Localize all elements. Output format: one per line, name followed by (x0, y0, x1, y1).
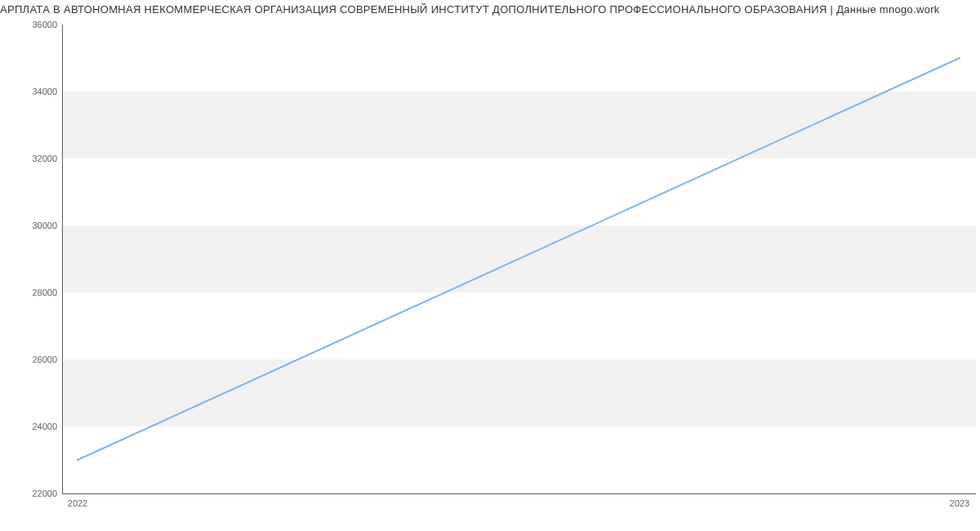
chart-title: АРПЛАТА В АВТОНОМНАЯ НЕКОММЕРЧЕСКАЯ ОРГА… (0, 3, 980, 16)
y-tick-label: 36000 (8, 20, 57, 29)
y-tick-label: 30000 (8, 221, 57, 230)
y-tick-label: 28000 (8, 288, 57, 297)
y-tick-label: 22000 (8, 489, 57, 498)
y-tick-label: 34000 (8, 87, 57, 96)
y-tick-label: 32000 (8, 154, 57, 163)
x-tick-label: 2023 (950, 498, 969, 508)
y-tick-label: 24000 (8, 422, 57, 431)
x-tick-label: 2022 (68, 498, 87, 508)
chart-line (62, 25, 975, 493)
y-tick-label: 26000 (8, 355, 57, 364)
chart-container: АРПЛАТА В АВТОНОМНАЯ НЕКОММЕРЧЕСКАЯ ОРГА… (0, 0, 980, 531)
